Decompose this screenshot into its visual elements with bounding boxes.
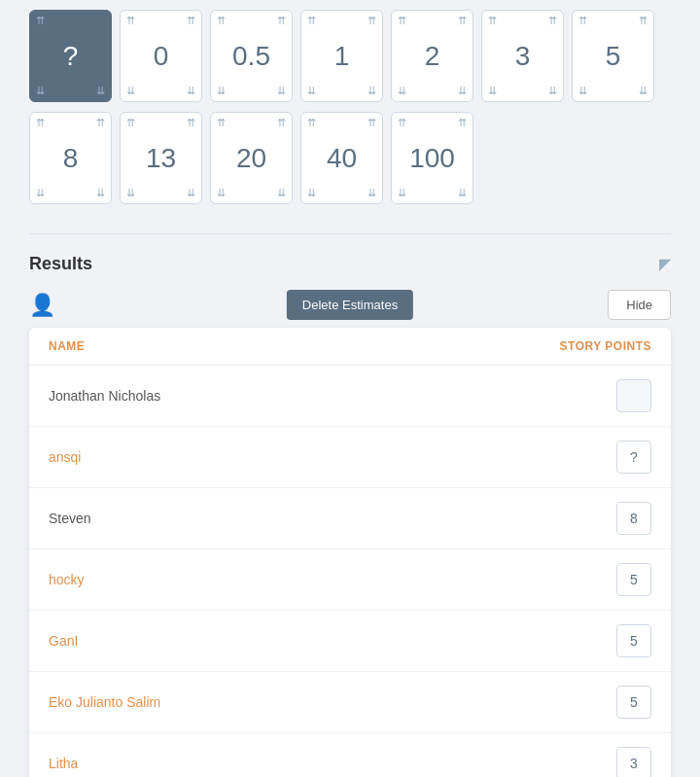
story-points-badge: ? xyxy=(616,441,651,474)
arrow-up-right-icon[interactable]: ⇈ xyxy=(368,117,376,129)
results-section: Results ◤ 👤 Delete Estimates Hide Name S… xyxy=(0,254,700,777)
card-arrows-bottom: ⇊ ⇊ xyxy=(488,85,557,97)
arrow-down-left-icon[interactable]: ⇊ xyxy=(398,85,406,97)
arrow-up-right-icon[interactable]: ⇈ xyxy=(277,117,286,129)
arrow-down-left-icon[interactable]: ⇊ xyxy=(217,187,226,199)
arrow-up-right-icon[interactable]: ⇈ xyxy=(458,15,467,27)
story-points-badge: 5 xyxy=(616,563,651,596)
card-3[interactable]: ⇈ ⇈ 3 ⇊ ⇊ xyxy=(481,10,564,102)
arrow-down-left-icon[interactable]: ⇊ xyxy=(36,85,45,97)
arrow-up-right-icon[interactable]: ⇈ xyxy=(639,15,648,27)
row-name: Steven xyxy=(49,511,91,526)
row-name: hocky xyxy=(49,572,85,587)
table-header: Name Story Points xyxy=(29,328,671,366)
arrow-up-right-icon[interactable]: ⇈ xyxy=(458,117,467,129)
arrow-down-right-icon[interactable]: ⇊ xyxy=(639,85,648,97)
arrow-up-icon[interactable]: ⇈ xyxy=(126,117,135,129)
card-arrows-top: ⇈ ⇈ xyxy=(578,15,648,27)
card-2[interactable]: ⇈ ⇈ 2 ⇊ ⇊ xyxy=(391,10,473,102)
row-name: GanI xyxy=(49,633,78,649)
arrow-up-right-icon[interactable]: ⇈ xyxy=(368,15,376,27)
hide-button[interactable]: Hide xyxy=(608,290,671,320)
arrow-down-right-icon[interactable]: ⇊ xyxy=(187,187,195,199)
card-40[interactable]: ⇈ ⇈ 40 ⇊ ⇊ xyxy=(300,112,383,204)
card-arrows-top: ⇈ ⇈ xyxy=(217,15,286,27)
card-arrows-top: ⇈ ⇈ xyxy=(398,117,467,129)
arrow-down-right-icon[interactable]: ⇊ xyxy=(458,187,467,199)
card-13[interactable]: ⇈ ⇈ 13 ⇊ ⇊ xyxy=(120,112,202,204)
card-20[interactable]: ⇈ ⇈ 20 ⇊ ⇊ xyxy=(210,112,293,204)
arrow-down-left-icon[interactable]: ⇊ xyxy=(126,187,135,199)
arrow-down-right-icon[interactable]: ⇊ xyxy=(277,85,286,97)
arrow-up-icon[interactable]: ⇈ xyxy=(126,15,135,27)
card-value: ? xyxy=(63,27,79,85)
card-value: 0 xyxy=(154,27,169,85)
results-table: Name Story Points Jonathan Nicholas ansq… xyxy=(29,328,671,777)
arrow-down-right-icon[interactable]: ⇊ xyxy=(368,187,376,199)
arrow-up-right-icon[interactable]: ⇈ xyxy=(187,15,195,27)
card-value: 2 xyxy=(425,27,440,85)
card-0-5[interactable]: ⇈ ⇈ 0.5 ⇊ ⇊ xyxy=(210,10,293,102)
results-title: Results xyxy=(29,254,92,274)
arrow-up-icon[interactable]: ⇈ xyxy=(488,15,497,27)
card-value: 100 xyxy=(409,129,455,187)
expand-icon[interactable]: ◤ xyxy=(659,255,671,273)
card-value: 5 xyxy=(606,27,621,85)
card-8[interactable]: ⇈ ⇈ 8 ⇊ ⇊ xyxy=(29,112,112,204)
arrow-down-left-icon[interactable]: ⇊ xyxy=(578,85,587,97)
cards-row-2: ⇈ ⇈ 8 ⇊ ⇊ ⇈ ⇈ 13 ⇊ ⇊ ⇈ ⇈ 20 xyxy=(29,112,671,204)
row-name: Jonathan Nicholas xyxy=(49,388,160,404)
arrow-down-right-icon[interactable]: ⇊ xyxy=(96,85,105,97)
arrow-down-right-icon[interactable]: ⇊ xyxy=(187,85,195,97)
card-arrows-top: ⇈ ⇈ xyxy=(126,15,195,27)
table-row: Jonathan Nicholas xyxy=(29,366,671,427)
arrow-down-right-icon[interactable]: ⇊ xyxy=(96,187,105,199)
card-5[interactable]: ⇈ ⇈ 5 ⇊ ⇊ xyxy=(572,10,654,102)
table-row: Eko Julianto Salim 5 xyxy=(29,672,671,733)
arrow-up-right-icon[interactable]: ⇈ xyxy=(548,15,557,27)
table-row: GanI 5 xyxy=(29,611,671,672)
arrow-down-left-icon[interactable]: ⇊ xyxy=(488,85,497,97)
table-row: hocky 5 xyxy=(29,549,671,611)
col-name-header: Name xyxy=(49,339,85,353)
arrow-down-right-icon[interactable]: ⇊ xyxy=(548,85,557,97)
arrow-up-icon[interactable]: ⇈ xyxy=(398,15,406,27)
delete-estimates-button[interactable]: Delete Estimates xyxy=(287,290,413,320)
arrow-up-icon[interactable]: ⇈ xyxy=(217,15,226,27)
arrow-up-left-icon[interactable]: ⇈ xyxy=(36,15,45,27)
card-arrows-top: ⇈ ⇈ xyxy=(307,15,376,27)
arrow-up-icon[interactable]: ⇈ xyxy=(307,117,316,129)
card-0[interactable]: ⇈ ⇈ 0 ⇊ ⇊ xyxy=(120,10,202,102)
card-arrows-top: ⇈ ⇈ xyxy=(488,15,557,27)
user-icon: 👤 xyxy=(29,293,55,318)
arrow-down-right-icon[interactable]: ⇊ xyxy=(368,85,376,97)
card-100[interactable]: ⇈ ⇈ 100 ⇊ ⇊ xyxy=(391,112,473,204)
card-arrows-bottom: ⇊ ⇊ xyxy=(307,187,376,199)
arrow-up-icon[interactable]: ⇈ xyxy=(36,117,45,129)
arrow-up-right-icon[interactable]: ⇈ xyxy=(96,117,105,129)
arrow-up-icon[interactable]: ⇈ xyxy=(398,117,406,129)
card-arrows-bottom: ⇊ ⇊ xyxy=(126,187,195,199)
table-row: Steven 8 xyxy=(29,488,671,549)
card-arrows-top: ⇈ ⇈ xyxy=(398,15,467,27)
arrow-down-left-icon[interactable]: ⇊ xyxy=(126,85,135,97)
arrow-down-left-icon[interactable]: ⇊ xyxy=(307,187,316,199)
section-divider xyxy=(29,233,671,234)
arrow-up-icon[interactable]: ⇈ xyxy=(307,15,316,27)
arrow-down-left-icon[interactable]: ⇊ xyxy=(36,187,45,199)
results-header: Results ◤ xyxy=(29,254,671,274)
arrow-down-left-icon[interactable]: ⇊ xyxy=(217,85,226,97)
arrow-up-icon[interactable]: ⇈ xyxy=(578,15,587,27)
arrow-up-right-icon[interactable]: ⇈ xyxy=(277,15,286,27)
arrow-up-icon[interactable]: ⇈ xyxy=(217,117,226,129)
card-question[interactable]: ⇈ ? ⇊ ⇊ xyxy=(29,10,112,102)
card-arrows-top: ⇈ ⇈ xyxy=(217,117,286,129)
card-value: 8 xyxy=(63,129,79,187)
arrow-down-right-icon[interactable]: ⇊ xyxy=(458,85,467,97)
arrow-up-right-icon[interactable]: ⇈ xyxy=(187,117,195,129)
table-row: ansqi ? xyxy=(29,427,671,488)
arrow-down-left-icon[interactable]: ⇊ xyxy=(307,85,316,97)
arrow-down-right-icon[interactable]: ⇊ xyxy=(277,187,286,199)
card-1[interactable]: ⇈ ⇈ 1 ⇊ ⇊ xyxy=(300,10,383,102)
arrow-down-left-icon[interactable]: ⇊ xyxy=(398,187,406,199)
